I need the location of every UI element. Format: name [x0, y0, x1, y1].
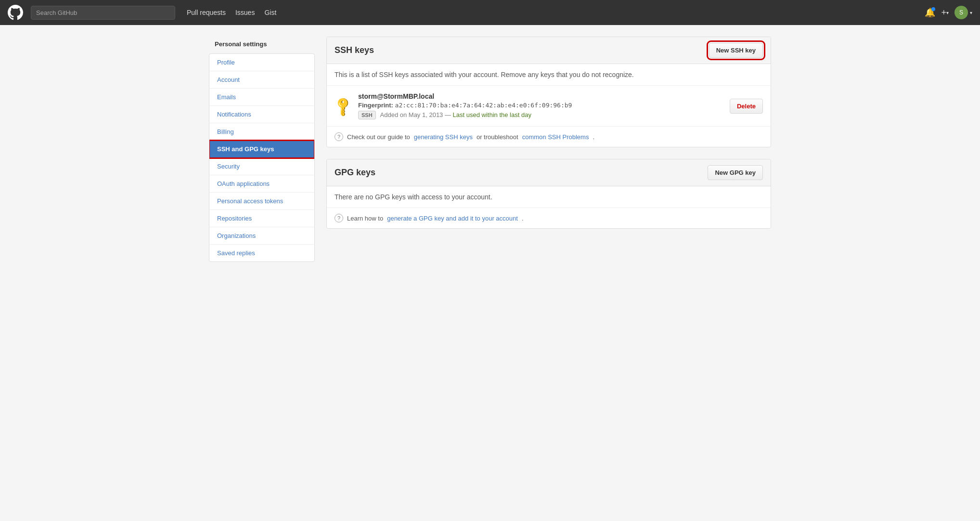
sidebar: Personal settings Profile Account Emails…	[209, 37, 315, 262]
ssh-badge: SSH	[358, 111, 376, 119]
gpg-help-prefix: Learn how to	[347, 215, 383, 222]
main-content: SSH keys New SSH key This is a list of S…	[326, 37, 771, 262]
nav-pull-requests[interactable]: Pull requests	[187, 9, 226, 16]
user-menu[interactable]: S ▾	[954, 6, 972, 19]
sidebar-title: Personal settings	[209, 37, 315, 52]
key-icon: 🔑	[331, 94, 354, 117]
fingerprint-label: Fingerprint:	[358, 102, 393, 109]
sidebar-item-security[interactable]: Security	[209, 158, 314, 175]
nav-gist[interactable]: Gist	[264, 9, 276, 16]
notifications-bell-button[interactable]: 🔔	[925, 7, 935, 18]
sidebar-item-oauth-applications[interactable]: OAuth applications	[209, 175, 314, 193]
chevron-down-icon: ▾	[970, 10, 972, 15]
common-ssh-problems-link[interactable]: common SSH Problems	[522, 133, 589, 141]
sidebar-item-organizations[interactable]: Organizations	[209, 227, 314, 245]
key-last-used: Last used within the last day	[453, 111, 531, 118]
nav-issues[interactable]: Issues	[235, 9, 255, 16]
delete-key-button[interactable]: Delete	[730, 99, 763, 114]
sidebar-item-saved-replies[interactable]: Saved replies	[209, 245, 314, 261]
header-nav: Pull requests Issues Gist	[187, 9, 276, 16]
ssh-keys-header: SSH keys New SSH key	[327, 37, 771, 64]
gpg-keys-header: GPG keys New GPG key	[327, 159, 771, 186]
add-button[interactable]: + ▾	[941, 8, 949, 18]
new-gpg-key-button[interactable]: New GPG key	[708, 165, 763, 180]
ssh-key-item: 🔑 storm@StormMBP.local Fingerprint: a2:c…	[327, 86, 771, 127]
sidebar-item-account[interactable]: Account	[209, 71, 314, 89]
sidebar-item-repositories[interactable]: Repositories	[209, 210, 314, 227]
header: Pull requests Issues Gist 🔔 + ▾ S ▾	[0, 0, 980, 25]
sidebar-item-emails[interactable]: Emails	[209, 89, 314, 106]
ssh-help-prefix: Check out our guide to	[347, 133, 410, 141]
ssh-help-suffix: .	[593, 133, 594, 141]
search-input[interactable]	[31, 6, 175, 20]
avatar: S	[954, 6, 968, 19]
page-container: Personal settings Profile Account Emails…	[201, 37, 779, 262]
gpg-key-guide-link[interactable]: generate a GPG key and add it to your ac…	[387, 215, 518, 222]
gpg-help-text: ? Learn how to generate a GPG key and ad…	[327, 208, 771, 228]
gpg-keys-section: GPG keys New GPG key There are no GPG ke…	[326, 159, 771, 229]
sidebar-item-profile[interactable]: Profile	[209, 54, 314, 71]
plus-icon: +	[941, 8, 946, 18]
key-details: storm@StormMBP.local Fingerprint: a2:cc:…	[358, 92, 723, 119]
gpg-empty-text: There are no GPG keys with access to you…	[327, 186, 771, 208]
chevron-down-icon: ▾	[946, 10, 949, 15]
fingerprint-value: a2:cc:81:70:ba:e4:7a:64:42:ab:e4:e0:6f:0…	[395, 102, 572, 109]
github-logo-icon[interactable]	[8, 5, 23, 20]
gpg-help-suffix: .	[522, 215, 524, 222]
sidebar-item-ssh-gpg-keys[interactable]: SSH and GPG keys	[209, 141, 314, 158]
sidebar-nav: Profile Account Emails Notifications Bil…	[209, 53, 315, 262]
ssh-keys-section: SSH keys New SSH key This is a list of S…	[326, 37, 771, 147]
key-fingerprint: Fingerprint: a2:cc:81:70:ba:e4:7a:64:42:…	[358, 102, 723, 109]
sidebar-item-billing[interactable]: Billing	[209, 123, 314, 141]
key-added-date: Added on May 1, 2013 —	[380, 111, 451, 118]
ssh-keys-description: This is a list of SSH keys associated wi…	[327, 64, 771, 86]
header-right: 🔔 + ▾ S ▾	[925, 6, 972, 19]
ssh-keys-title: SSH keys	[335, 45, 374, 55]
generating-ssh-keys-link[interactable]: generating SSH keys	[414, 133, 473, 141]
key-name: storm@StormMBP.local	[358, 92, 723, 100]
key-meta: SSH Added on May 1, 2013 — Last used wit…	[358, 111, 723, 119]
sidebar-item-notifications[interactable]: Notifications	[209, 106, 314, 123]
ssh-help-text: ? Check out our guide to generating SSH …	[327, 127, 771, 147]
sidebar-item-personal-access-tokens[interactable]: Personal access tokens	[209, 193, 314, 210]
gpg-help-icon: ?	[335, 214, 343, 222]
gpg-keys-title: GPG keys	[335, 168, 375, 178]
ssh-help-middle: or troubleshoot	[477, 133, 518, 141]
help-icon: ?	[335, 132, 343, 141]
new-ssh-key-button[interactable]: New SSH key	[709, 43, 763, 58]
